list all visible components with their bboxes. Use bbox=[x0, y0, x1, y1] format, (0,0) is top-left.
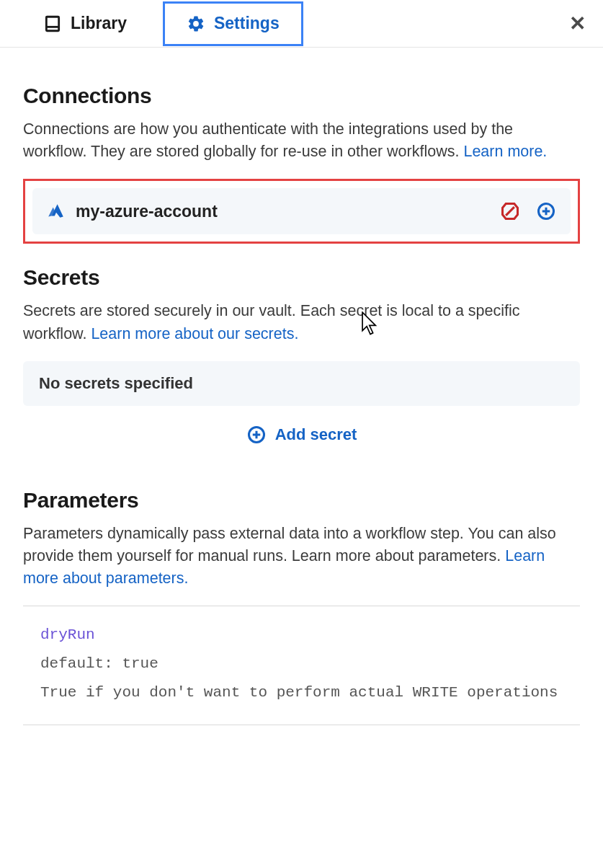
settings-content: Connections Connections are how you auth… bbox=[0, 48, 603, 754]
secrets-learn-more-link[interactable]: Learn more about our secrets. bbox=[91, 325, 298, 342]
connections-description: Connections are how you authenticate wit… bbox=[23, 118, 580, 163]
library-icon bbox=[43, 14, 62, 33]
parameters-heading: Parameters bbox=[23, 488, 580, 513]
gear-icon bbox=[187, 14, 205, 33]
add-secret-label: Add secret bbox=[275, 425, 357, 444]
connections-learn-more-link[interactable]: Learn more. bbox=[463, 143, 547, 160]
secrets-heading: Secrets bbox=[23, 265, 580, 290]
add-icon bbox=[246, 425, 267, 445]
parameter-default: default: true bbox=[40, 650, 563, 678]
close-icon[interactable]: ✕ bbox=[569, 14, 586, 34]
connection-name: my-azure-account bbox=[76, 202, 490, 221]
azure-icon bbox=[47, 202, 66, 221]
add-secret-button[interactable]: Add secret bbox=[23, 425, 580, 445]
add-connection-icon[interactable] bbox=[536, 201, 556, 221]
svg-rect-0 bbox=[46, 17, 58, 31]
connections-heading: Connections bbox=[23, 84, 580, 108]
tab-settings-label: Settings bbox=[214, 14, 280, 33]
tab-bar: Library Settings ✕ bbox=[0, 0, 603, 48]
connection-highlight-box: my-azure-account bbox=[23, 179, 580, 244]
tab-library[interactable]: Library bbox=[22, 1, 148, 46]
parameter-block: dryRun default: true True if you don't w… bbox=[23, 606, 580, 725]
tab-settings[interactable]: Settings bbox=[163, 1, 303, 46]
block-icon[interactable] bbox=[500, 201, 520, 221]
svg-line-3 bbox=[506, 208, 514, 216]
connection-row[interactable]: my-azure-account bbox=[32, 188, 571, 234]
tab-library-label: Library bbox=[71, 14, 127, 33]
parameters-description: Parameters dynamically pass external dat… bbox=[23, 523, 580, 590]
secrets-empty-state: No secrets specified bbox=[23, 361, 580, 406]
parameter-description: True if you don't want to perform actual… bbox=[40, 678, 563, 707]
parameter-name: dryRun bbox=[40, 621, 563, 650]
secrets-description: Secrets are stored securely in our vault… bbox=[23, 300, 580, 345]
connection-actions bbox=[500, 201, 556, 221]
